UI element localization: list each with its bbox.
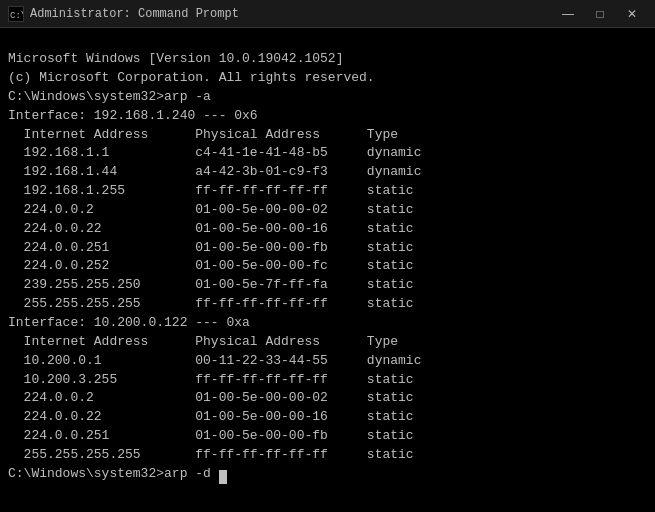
terminal-line: 224.0.0.2 01-00-5e-00-00-02 static xyxy=(8,389,647,408)
terminal-line: 255.255.255.255 ff-ff-ff-ff-ff-ff static xyxy=(8,295,647,314)
terminal-line: 192.168.1.255 ff-ff-ff-ff-ff-ff static xyxy=(8,182,647,201)
terminal-line: 255.255.255.255 ff-ff-ff-ff-ff-ff static xyxy=(8,446,647,465)
terminal-line: 192.168.1.44 a4-42-3b-01-c9-f3 dynamic xyxy=(8,163,647,182)
close-button[interactable]: ✕ xyxy=(617,4,647,24)
terminal-line: C:\Windows\system32>arp -d xyxy=(8,465,647,484)
svg-text:C:\: C:\ xyxy=(10,11,23,21)
maximize-button[interactable]: □ xyxy=(585,4,615,24)
terminal-line: 224.0.0.251 01-00-5e-00-00-fb static xyxy=(8,427,647,446)
terminal-line: 10.200.3.255 ff-ff-ff-ff-ff-ff static xyxy=(8,371,647,390)
terminal-line: 239.255.255.250 01-00-5e-7f-ff-fa static xyxy=(8,276,647,295)
cmd-icon: C:\ xyxy=(8,6,24,22)
terminal-line: Internet Address Physical Address Type xyxy=(8,333,647,352)
terminal-line: (c) Microsoft Corporation. All rights re… xyxy=(8,69,647,88)
terminal-line: 224.0.0.22 01-00-5e-00-00-16 static xyxy=(8,220,647,239)
terminal-line: Internet Address Physical Address Type xyxy=(8,126,647,145)
terminal-line: Microsoft Windows [Version 10.0.19042.10… xyxy=(8,50,647,69)
terminal-line: C:\Windows\system32>arp -a xyxy=(8,88,647,107)
terminal-line: Interface: 10.200.0.122 --- 0xa xyxy=(8,314,647,333)
terminal-line: 224.0.0.22 01-00-5e-00-00-16 static xyxy=(8,408,647,427)
title-bar-left: C:\ Administrator: Command Prompt xyxy=(8,6,239,22)
terminal-line: 224.0.0.251 01-00-5e-00-00-fb static xyxy=(8,239,647,258)
terminal-line: 192.168.1.1 c4-41-1e-41-48-b5 dynamic xyxy=(8,144,647,163)
terminal-line: 224.0.0.2 01-00-5e-00-00-02 static xyxy=(8,201,647,220)
terminal-line: 10.200.0.1 00-11-22-33-44-55 dynamic xyxy=(8,352,647,371)
cursor xyxy=(219,470,227,484)
window-title: Administrator: Command Prompt xyxy=(30,7,239,21)
terminal-line: 224.0.0.252 01-00-5e-00-00-fc static xyxy=(8,257,647,276)
minimize-button[interactable]: — xyxy=(553,4,583,24)
terminal-line: Interface: 192.168.1.240 --- 0x6 xyxy=(8,107,647,126)
window-controls: — □ ✕ xyxy=(553,4,647,24)
terminal-output: Microsoft Windows [Version 10.0.19042.10… xyxy=(0,28,655,488)
title-bar: C:\ Administrator: Command Prompt — □ ✕ xyxy=(0,0,655,28)
